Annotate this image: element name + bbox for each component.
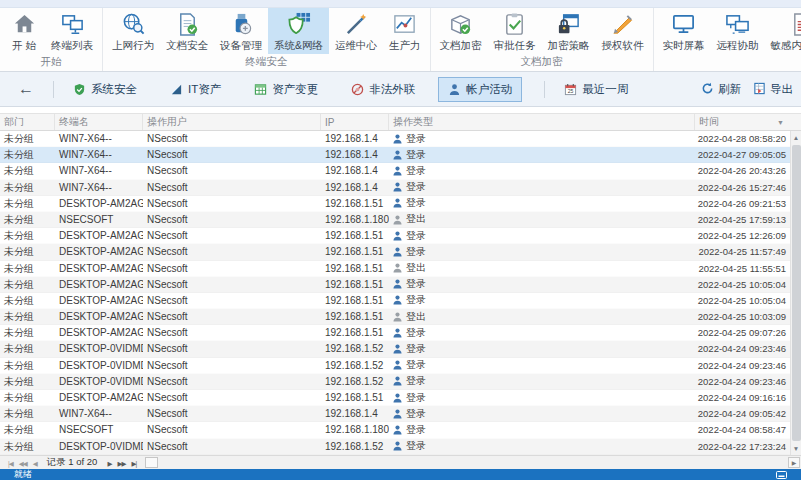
cell-operator-user: NSecsoft	[143, 390, 321, 405]
cell-terminal-name: DESKTOP-AM2AGL3	[55, 277, 143, 292]
ribbon-item[interactable]: 授权软件	[596, 8, 650, 54]
svg-text:25: 25	[568, 88, 574, 94]
prev-group-icon[interactable]: ◀◀	[16, 460, 30, 467]
home-icon	[12, 12, 37, 37]
cell-department: 未分组	[0, 196, 55, 211]
table-row[interactable]: 未分组DESKTOP-AM2AGL3NSecsoft192.168.1.51登录…	[0, 244, 790, 260]
ribbon-item[interactable]: 上网行为	[106, 8, 160, 54]
ribbon-item-label: 开 始	[12, 39, 36, 53]
refresh-button[interactable]: 刷新	[701, 82, 741, 97]
column-header-5[interactable]: 时间▼	[695, 114, 801, 130]
ribbon-item[interactable]: 系统&网络	[268, 8, 329, 54]
table-row[interactable]: 未分组WIN7-X64--NSecsoft192.168.1.4登录2022-0…	[0, 163, 790, 179]
column-header-1[interactable]: 终端名	[55, 114, 143, 130]
cell-operator-user: NSecsoft	[143, 422, 321, 437]
cell-department: 未分组	[0, 212, 55, 227]
table-row[interactable]: 未分组DESKTOP-AM2AGL3NSecsoft192.168.1.51登录…	[0, 228, 790, 244]
ribbon-item-label: 文档加密	[440, 39, 482, 53]
export-button[interactable]: 导出	[753, 82, 793, 97]
cell-terminal-name: WIN7-X64--	[55, 180, 143, 195]
ribbon-item[interactable]: 设备管理	[214, 8, 268, 54]
table-row[interactable]: 未分组DESKTOP-0VIDMDJNSecsoft192.168.1.52登录…	[0, 374, 790, 390]
column-header-3[interactable]: IP	[321, 114, 389, 130]
ribbon-item[interactable]: 加密策略	[542, 8, 596, 54]
cell-department: 未分组	[0, 163, 55, 178]
table-row[interactable]: 未分组DESKTOP-AM2AGL3NSecsoft192.168.1.51登录…	[0, 196, 790, 212]
column-header-label: 终端名	[59, 115, 89, 129]
table-row[interactable]: 未分组NSECSOFTNSecsoft192.168.1.180登录2022-0…	[0, 422, 790, 438]
next-group-icon[interactable]: ▶▶	[114, 460, 128, 467]
cell-time: 2022-04-24 09:23:46	[684, 358, 790, 373]
column-header-0[interactable]: 部门	[0, 114, 55, 130]
cell-terminal-name: DESKTOP-0VIDMDJ	[55, 341, 143, 356]
ribbon-item[interactable]: 实时屏幕	[657, 8, 711, 54]
next-page-icon[interactable]: ▶	[104, 460, 114, 467]
cell-time: 2022-04-24 08:58:47	[684, 422, 790, 437]
scroll-right-icon[interactable]: ▶	[788, 457, 800, 468]
table-row[interactable]: 未分组DESKTOP-0VIDMDJNSecsoft192.168.1.52登录…	[0, 439, 790, 455]
table-row[interactable]: 未分组DESKTOP-0VIDMDJNSecsoft192.168.1.52登录…	[0, 341, 790, 357]
scroll-down-icon[interactable]: ▼	[791, 442, 801, 455]
user-login-icon	[393, 328, 402, 338]
scroll-up-icon[interactable]: ▲	[791, 131, 801, 144]
ribbon-item[interactable]: 文档安全	[160, 8, 214, 54]
filter-dropdown-icon[interactable]: ▼	[777, 119, 784, 126]
back-arrow-icon[interactable]: ←	[8, 81, 44, 97]
ribbon-item[interactable]: 审批任务	[488, 8, 542, 54]
column-header-2[interactable]: 操作用户	[143, 114, 321, 130]
first-page-icon[interactable]: |◀	[5, 460, 16, 467]
table-row[interactable]: 未分组DESKTOP-AM2AGL3NSecsoft192.168.1.51登出…	[0, 309, 790, 325]
toolbar-button[interactable]: IT资产	[160, 77, 231, 102]
ribbon-item[interactable]: 运维中心	[329, 8, 383, 54]
cell-operator-user: NSecsoft	[143, 439, 321, 454]
toolbar-button[interactable]: 非法外联	[341, 77, 425, 102]
pager-record-text: 记录 1 of 20	[47, 456, 98, 469]
ribbon-item[interactable]: 生产力	[383, 8, 427, 54]
scrollbar-thumb[interactable]	[792, 145, 801, 441]
ribbon-item[interactable]: 终端列表	[45, 8, 99, 54]
ribbon-item-label: 实时屏幕	[663, 39, 705, 53]
status-text: 就绪	[14, 468, 32, 480]
cell-operator-user: NSecsoft	[143, 406, 321, 421]
table-row[interactable]: 未分组DESKTOP-0VIDMDJNSecsoft192.168.1.52登录…	[0, 358, 790, 374]
ribbon-item-label: 系统&网络	[274, 39, 323, 53]
prev-page-icon[interactable]: ◀	[30, 460, 40, 467]
toolbar-button[interactable]: 帐户活动	[438, 77, 522, 102]
cell-terminal-name: DESKTOP-AM2AGL3	[55, 196, 143, 211]
table-row[interactable]: 未分组NSECSOFTNSecsoft192.168.1.180登出2022-0…	[0, 212, 790, 228]
table-row[interactable]: 未分组WIN7-X64--NSecsoft192.168.1.4登录2022-0…	[0, 131, 790, 147]
cell-operation-type: 登录	[389, 374, 684, 389]
user-login-icon	[393, 134, 402, 144]
table-row[interactable]: 未分组DESKTOP-AM2AGL3NSecsoft192.168.1.51登录…	[0, 390, 790, 406]
table-row[interactable]: 未分组DESKTOP-AM2AGL3NSecsoft192.168.1.51登录…	[0, 325, 790, 341]
ribbon-item[interactable]: 文档加密	[434, 8, 488, 54]
table-row[interactable]: 未分组WIN7-X64--NSecsoft192.168.1.4登录2022-0…	[0, 180, 790, 196]
toolbar-button[interactable]: 系统安全	[63, 77, 147, 102]
table-row[interactable]: 未分组WIN7-X64--NSecsoft192.168.1.4登录2022-0…	[0, 147, 790, 163]
user-login-icon	[393, 247, 402, 257]
toolbar-button[interactable]: 25最近一周	[554, 77, 638, 102]
operation-label: 登录	[406, 244, 426, 259]
cell-operation-type: 登录	[389, 325, 684, 340]
cell-ip: 192.168.1.4	[321, 147, 389, 162]
pager-extra-box[interactable]	[145, 457, 158, 468]
vertical-scrollbar[interactable]: ▲▼	[790, 131, 801, 455]
ribbon-item[interactable]: 远程协助	[711, 8, 765, 54]
table-row[interactable]: 未分组DESKTOP-AM2AGL3NSecsoft192.168.1.51登录…	[0, 277, 790, 293]
cell-ip: 192.168.1.51	[321, 309, 389, 324]
table-row[interactable]: 未分组DESKTOP-AM2AGL3NSecsoft192.168.1.51登出…	[0, 261, 790, 277]
cell-time: 2022-04-26 09:21:53	[684, 196, 790, 211]
export-label: 导出	[770, 82, 793, 97]
last-page-icon[interactable]: ▶|	[128, 460, 139, 467]
table-row[interactable]: 未分组DESKTOP-AM2AGL3NSecsoft192.168.1.51登录…	[0, 293, 790, 309]
cell-terminal-name: WIN7-X64--	[55, 131, 143, 146]
ribbon-item[interactable]: 敏感内容扫描	[765, 8, 801, 54]
ops-center-icon	[344, 12, 369, 37]
ribbon-item-label: 运维中心	[335, 39, 377, 53]
ribbon-item[interactable]: 开 始	[3, 8, 45, 54]
screen-indicator-icon[interactable]	[776, 471, 787, 479]
toolbar-button[interactable]: 资产变更	[244, 77, 328, 102]
ribbon-group-items: 文档加密审批任务加密策略授权软件	[434, 8, 650, 54]
column-header-4[interactable]: 操作类型	[389, 114, 695, 130]
table-row[interactable]: 未分组WIN7-X64--NSecsoft192.168.1.4登录2022-0…	[0, 406, 790, 422]
